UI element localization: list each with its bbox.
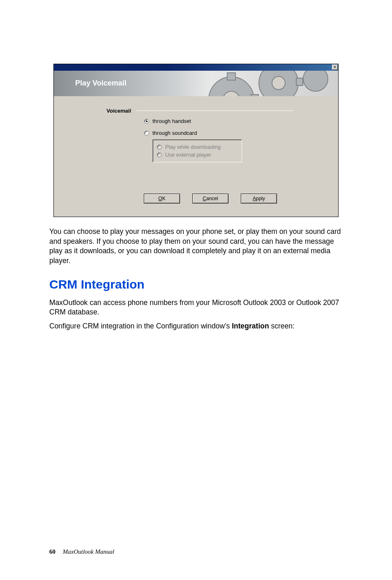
cancel-button[interactable]: Cancel [192, 194, 228, 203]
paragraph-voicemail-explanation: You can choose to play your messages on … [49, 227, 343, 266]
radio-through-handset[interactable]: through handset [144, 118, 322, 124]
radio-label: Use external player [165, 152, 211, 158]
text-post: screen: [269, 322, 295, 330]
banner-title: Play Voicemail [75, 79, 127, 88]
section-header: Voicemail [70, 108, 322, 114]
page-footer: 60 MaxOutlook Manual [49, 548, 114, 555]
section-label: Voicemail [70, 108, 136, 114]
radio-play-while-downloading: Play while downloading [157, 144, 236, 150]
button-row: OK Cancel Apply [70, 191, 322, 208]
apply-button[interactable]: Apply [241, 194, 277, 203]
radio-label: through handset [152, 118, 191, 124]
heading-crm-integration: CRM Integration [49, 277, 343, 291]
text-bold: Integration [232, 322, 269, 330]
radio-through-soundcard[interactable]: through soundcard [144, 130, 322, 136]
footer-title: MaxOutlook Manual [63, 548, 114, 555]
play-voicemail-dialog: × Play Voicemail [53, 64, 339, 217]
dialog-titlebar: × [54, 64, 338, 71]
ok-button[interactable]: OK [144, 194, 180, 203]
radio-icon [144, 119, 149, 124]
svg-rect-5 [227, 73, 235, 80]
gear-icon [203, 71, 334, 96]
radio-icon [157, 153, 162, 157]
radio-use-external-player: Use external player [157, 152, 236, 158]
options-group: through handset through soundcard Play w… [70, 118, 322, 162]
text-pre: Configure CRM integration in the Configu… [49, 322, 232, 330]
page: × Play Voicemail [0, 0, 392, 580]
paragraph-crm-configure: Configure CRM integration in the Configu… [49, 321, 343, 331]
radio-label: Play while downloading [165, 144, 221, 150]
radio-label: through soundcard [152, 130, 197, 136]
spacer [70, 162, 322, 191]
svg-point-4 [303, 71, 328, 91]
svg-rect-6 [251, 95, 258, 96]
svg-point-3 [272, 76, 285, 90]
divider [136, 111, 293, 111]
radio-icon [157, 145, 162, 150]
paragraph-crm-description: MaxOutlook can access phone numbers from… [49, 298, 343, 317]
dialog-body: Voicemail through handset through soundc… [54, 96, 338, 217]
dialog-banner: Play Voicemail [54, 71, 338, 96]
close-button[interactable]: × [332, 65, 338, 70]
svg-rect-8 [296, 78, 303, 85]
radio-icon [144, 131, 149, 136]
page-number: 60 [49, 548, 55, 555]
soundcard-sub-options: Play while downloading Use external play… [152, 139, 242, 162]
